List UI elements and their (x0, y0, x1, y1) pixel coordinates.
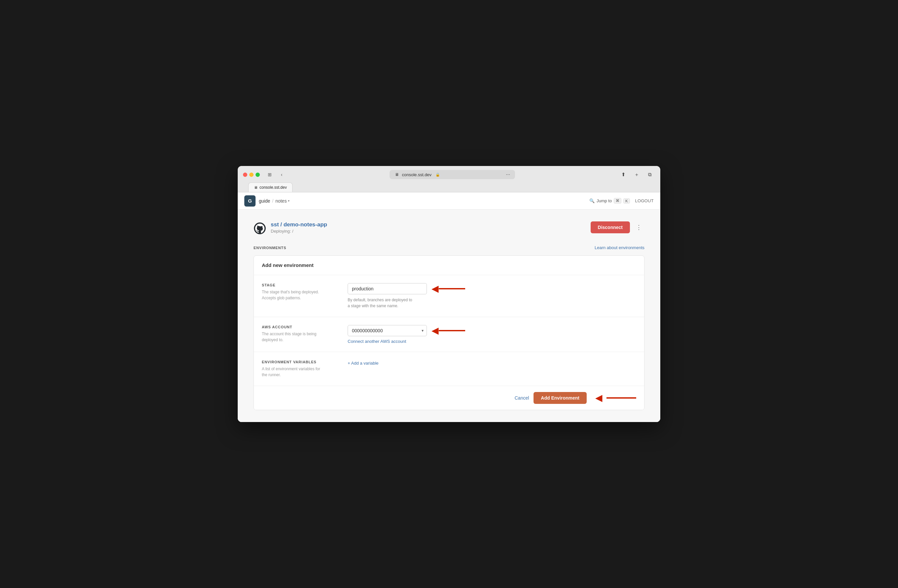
url-text: console.sst.dev (402, 172, 432, 177)
stage-desc: The stage that's being deployed. Accepts… (262, 289, 334, 301)
add-variable-link[interactable]: + Add a variable (348, 361, 379, 365)
env-vars-desc-line1: A list of environment variables for (262, 367, 320, 371)
jump-to-button[interactable]: 🔍 Jump to ⌘ K (589, 198, 630, 204)
stage-input[interactable] (348, 283, 427, 294)
aws-account-label: AWS ACCOUNT (262, 325, 334, 329)
kbd-k: K (623, 198, 630, 204)
site-favicon: 🖥 (394, 172, 400, 177)
environments-title: ENVIRONMENTS (254, 246, 286, 250)
sidebar-toggle-button[interactable]: ⊞ (265, 170, 274, 179)
aws-account-select[interactable]: 000000000000 (348, 325, 427, 336)
breadcrumb-page-label: notes (275, 198, 287, 204)
lock-icon: 🔒 (435, 173, 440, 177)
disconnect-button[interactable]: Disconnect (590, 221, 630, 233)
environments-section-header: ENVIRONMENTS Learn about environments (254, 245, 644, 250)
aws-account-select-wrapper: 000000000000 ▾ (348, 325, 427, 336)
aws-account-control: 000000000000 ▾ ◀ Connect another AWS acc… (348, 325, 636, 344)
repo-actions: Disconnect ⋮ (590, 221, 644, 233)
repo-header: sst / demo-notes-app Deploying: / Discon… (254, 221, 644, 235)
env-vars-control: + Add a variable (348, 360, 636, 366)
env-vars-section: ENVIRONMENT VARIABLES A list of environm… (254, 352, 644, 386)
tab-favicon: 🖥 (254, 186, 257, 189)
browser-controls: ⊞ ‹ (265, 170, 286, 179)
env-card-footer: Cancel Add Environment ◀ (254, 386, 644, 410)
more-options-button[interactable]: ⋮ (633, 223, 644, 232)
breadcrumb: guide / notes ▾ (259, 198, 289, 204)
nav-left: G guide / notes ▾ (244, 195, 289, 207)
github-icon (254, 222, 266, 235)
app-navbar: G guide / notes ▾ 🔍 Jump to ⌘ K (238, 192, 660, 210)
tab-label: console.sst.dev (260, 185, 287, 190)
aws-arrow: ◀ (432, 326, 439, 335)
aws-account-desc: The account this stage is being deployed… (262, 331, 334, 343)
new-tab-button[interactable]: ＋ (631, 170, 642, 179)
jump-to-label: Jump to (597, 198, 612, 203)
active-tab[interactable]: 🖥 console.sst.dev (248, 183, 292, 192)
aws-desc-line2: deployed to. (262, 338, 283, 342)
tab-more-icon[interactable]: ··· (506, 172, 510, 178)
maximize-button[interactable] (255, 173, 260, 177)
app-logo: G (244, 195, 255, 207)
environment-card: Add new environment STAGE The stage that… (254, 255, 644, 410)
breadcrumb-separator: / (272, 198, 273, 204)
env-card-title: Add new environment (262, 263, 314, 268)
logo-letter: G (248, 198, 252, 204)
aws-label-group: AWS ACCOUNT The account this stage is be… (262, 325, 334, 343)
logout-button[interactable]: LOGOUT (635, 198, 654, 203)
env-vars-desc: A list of environment variables for the … (262, 366, 334, 378)
stage-hint-line2: a stage with the same name. (348, 304, 398, 308)
breadcrumb-notes[interactable]: notes ▾ (275, 198, 289, 204)
stage-section: STAGE The stage that's being deployed. A… (254, 275, 644, 317)
share-button[interactable]: ⬆ (618, 170, 629, 179)
minimize-button[interactable] (249, 173, 254, 177)
repo-info: sst / demo-notes-app Deploying: / (254, 221, 327, 235)
kbd-cmd: ⌘ (614, 198, 621, 204)
repo-name-link[interactable]: sst / demo-notes-app (271, 221, 327, 228)
tab-bar: 🖥 console.sst.dev (243, 183, 655, 192)
address-bar[interactable]: 🖥 console.sst.dev 🔒 ··· (389, 170, 515, 179)
cancel-button[interactable]: Cancel (515, 395, 529, 401)
browser-action-buttons: ⬆ ＋ ⧉ (618, 170, 655, 179)
env-vars-label: ENVIRONMENT VARIABLES (262, 360, 334, 364)
stage-desc-line1: The stage that's being deployed. (262, 290, 319, 294)
tabs-overview-button[interactable]: ⧉ (644, 170, 655, 179)
add-env-arrow: ◀ (595, 393, 603, 402)
aws-account-select-row: 000000000000 ▾ ◀ (348, 325, 636, 336)
chevron-down-icon: ▾ (288, 199, 289, 203)
aws-account-section: AWS ACCOUNT The account this stage is be… (254, 317, 644, 352)
stage-input-row: ◀ (348, 283, 636, 294)
nav-right: 🔍 Jump to ⌘ K LOGOUT (589, 198, 654, 204)
env-vars-label-group: ENVIRONMENT VARIABLES A list of environm… (262, 360, 334, 378)
stage-control: ◀ By default, branches are deployed to a… (348, 283, 636, 309)
stage-arrow: ◀ (432, 284, 439, 293)
aws-desc-line1: The account this stage is being (262, 332, 316, 336)
search-icon: 🔍 (589, 198, 595, 203)
env-vars-desc-line2: the runner. (262, 373, 281, 377)
main-content: sst / demo-notes-app Deploying: / Discon… (238, 210, 660, 422)
stage-hint-line1: By default, branches are deployed to (348, 298, 412, 302)
connect-aws-link[interactable]: Connect another AWS account (348, 339, 636, 344)
back-button[interactable]: ‹ (277, 170, 286, 179)
breadcrumb-app[interactable]: guide (259, 198, 270, 204)
stage-label: STAGE (262, 283, 334, 287)
repo-deploying: Deploying: / (271, 229, 327, 233)
stage-desc-line2: Accepts glob patterns. (262, 296, 301, 300)
stage-label-group: STAGE The stage that's being deployed. A… (262, 283, 334, 301)
env-card-header: Add new environment (254, 256, 644, 275)
close-button[interactable] (243, 173, 247, 177)
traffic-lights (243, 173, 260, 177)
repo-text: sst / demo-notes-app Deploying: / (271, 221, 327, 233)
learn-about-environments-link[interactable]: Learn about environments (595, 245, 644, 250)
stage-hint: By default, branches are deployed to a s… (348, 297, 427, 309)
add-environment-button[interactable]: Add Environment (534, 392, 587, 404)
